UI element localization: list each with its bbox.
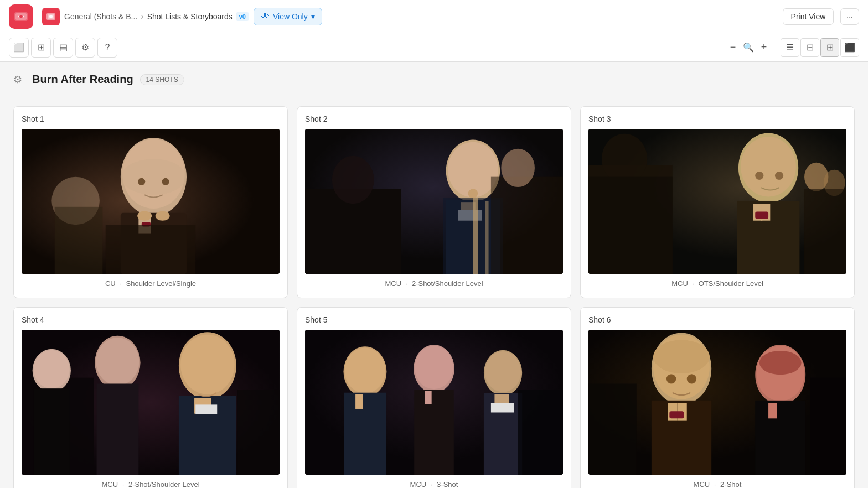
shot-angle: 2-Shot/Shoulder Level	[412, 279, 483, 288]
svg-rect-74	[425, 391, 432, 404]
shot-angle: OTS/Shoulder Level	[699, 279, 763, 288]
meta-separator: ·	[431, 480, 433, 488]
columns-tool-button[interactable]: ▤	[53, 38, 73, 58]
help-tool-button[interactable]: ?	[97, 38, 117, 58]
toolbar: ⬜ ⊞ ▤ ⚙ ? − 🔍 + ☰ ⊟ ⊞ ⬛	[0, 33, 868, 62]
svg-rect-35	[485, 201, 488, 274]
toolbar-right: − 🔍 + ☰ ⊟ ⊞ ⬛	[725, 38, 859, 57]
svg-point-60	[180, 335, 234, 394]
more-options-button[interactable]: ···	[840, 8, 859, 25]
svg-rect-17	[106, 225, 195, 274]
shot-angle: 2-Shot	[720, 480, 741, 488]
svg-rect-32	[491, 177, 563, 274]
preview-view-button[interactable]: ⬛	[840, 38, 859, 57]
film-reel-icon: ⚙	[13, 74, 25, 86]
svg-point-85	[653, 340, 710, 374]
meta-separator: ·	[406, 279, 408, 288]
svg-point-41	[755, 172, 763, 180]
shot-card[interactable]: Shot 6 MCU · 2-Shot	[580, 307, 855, 488]
main-content: ⚙ Burn After Reading 14 SHOTS Shot 1	[0, 62, 868, 488]
svg-rect-73	[414, 390, 453, 475]
svg-point-68	[345, 348, 386, 393]
meta-separator: ·	[714, 480, 716, 488]
shot-meta: CU · Shoulder Level/Single	[22, 279, 280, 288]
svg-rect-94	[755, 401, 805, 475]
svg-point-57	[96, 338, 139, 386]
print-view-button[interactable]: Print View	[783, 8, 834, 25]
list-view-button[interactable]: ☰	[781, 38, 799, 57]
help-icon: ?	[105, 43, 110, 53]
shot-card[interactable]: Shot 4 MCU · 2-Shot/Shoulder Level	[13, 307, 288, 488]
svg-point-12	[156, 211, 170, 220]
settings-icon: ⚙	[81, 42, 89, 53]
svg-rect-58	[97, 384, 139, 475]
shot-image	[588, 129, 846, 274]
grid-view-button[interactable]: ⊞	[820, 38, 839, 57]
shot-label: Shot 4	[22, 315, 280, 324]
svg-point-38	[602, 134, 647, 184]
shot-type: CU	[105, 279, 116, 288]
svg-rect-80	[491, 403, 514, 412]
svg-rect-81	[518, 390, 563, 475]
chevron-down-icon: ▾	[311, 12, 315, 21]
project-icon	[42, 8, 60, 25]
grid-tool-button[interactable]: ⊞	[31, 38, 51, 58]
svg-rect-97	[810, 378, 846, 475]
section-name[interactable]: Shot Lists & Storyboards	[147, 12, 232, 21]
version-badge: v0	[236, 12, 249, 21]
shot-type: MCU	[410, 480, 427, 488]
svg-point-16	[162, 178, 169, 185]
frame-tool-button[interactable]: ⬜	[9, 38, 29, 58]
zoom-out-button[interactable]: −	[725, 40, 741, 55]
svg-rect-19	[55, 207, 103, 274]
eye-icon: 👁	[261, 12, 270, 22]
svg-rect-64	[195, 405, 217, 414]
svg-point-22	[332, 156, 374, 204]
shot-label: Shot 5	[305, 315, 563, 324]
settings-tool-button[interactable]: ⚙	[75, 38, 95, 58]
breadcrumb-separator: ›	[141, 12, 143, 22]
svg-point-54	[34, 350, 70, 388]
view-only-label: View Only	[273, 12, 308, 21]
zoom-in-button[interactable]: +	[756, 40, 772, 55]
row-view-button[interactable]: ⊟	[800, 38, 819, 57]
svg-point-72	[415, 346, 453, 389]
svg-point-91	[687, 374, 696, 383]
shots-count-badge: 14 SHOTS	[140, 74, 184, 85]
section-title: Burn After Reading	[32, 73, 133, 86]
view-only-button[interactable]: 👁 View Only ▾	[254, 8, 322, 25]
svg-rect-47	[588, 177, 673, 274]
shot-angle: 3-Shot	[437, 480, 458, 488]
meta-separator: ·	[122, 480, 125, 488]
svg-point-5	[49, 15, 53, 18]
shot-label: Shot 6	[588, 315, 846, 324]
svg-point-33	[501, 149, 535, 187]
project-name[interactable]: General (Shots & B...	[64, 12, 137, 21]
shot-type: MCU	[101, 480, 118, 488]
shot-image	[588, 330, 846, 475]
svg-rect-65	[237, 390, 280, 475]
svg-point-40	[741, 137, 796, 196]
shot-image	[22, 129, 280, 274]
grid-icon: ⊞	[38, 42, 45, 53]
svg-point-29	[468, 189, 478, 198]
shot-card[interactable]: Shot 3 MCU · OTS/Shoulder Level	[580, 106, 855, 298]
breadcrumb: General (Shots & B... › Shot Lists & Sto…	[64, 12, 249, 22]
svg-rect-55	[34, 388, 70, 475]
header-actions: Print View ···	[783, 8, 859, 25]
svg-point-11	[137, 211, 152, 220]
svg-rect-69	[344, 393, 386, 475]
svg-rect-34	[473, 198, 478, 274]
svg-rect-89	[669, 411, 684, 418]
shot-card[interactable]: Shot 1 CU · Shoulder Level/Single	[13, 106, 288, 298]
columns-icon: ▤	[59, 42, 68, 53]
zoom-controls: − 🔍 +	[725, 40, 772, 55]
zoom-search-icon: 🔍	[743, 42, 754, 53]
app-logo[interactable]	[9, 4, 33, 29]
svg-rect-98	[588, 384, 637, 475]
shot-card[interactable]: Shot 2 MCU · 2-Shot/Shoulder Level	[297, 106, 571, 298]
shot-card[interactable]: Shot 5 MCU · 3-Shot	[297, 307, 571, 488]
meta-separator: ·	[120, 279, 122, 288]
shot-meta: MCU · 2-Shot/Shoulder Level	[305, 279, 563, 288]
shot-meta: MCU · 2-Shot/Shoulder Level	[22, 480, 280, 488]
